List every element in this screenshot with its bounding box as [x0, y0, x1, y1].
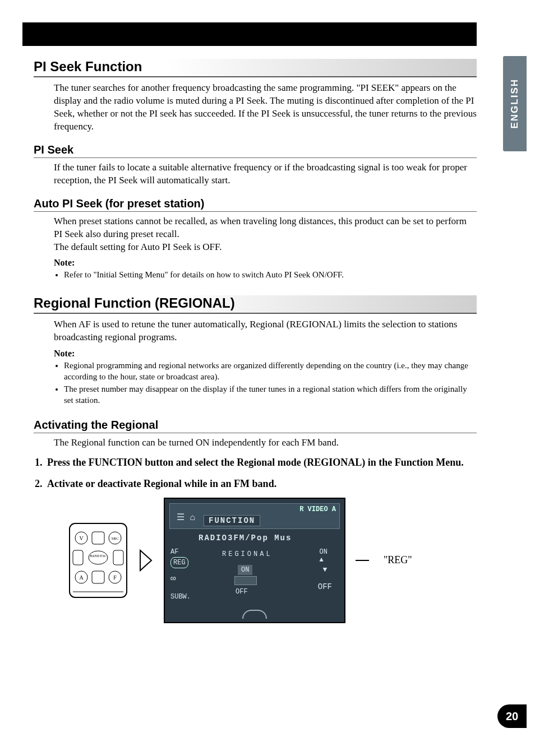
reg-label: REG: [170, 557, 188, 568]
figure-row: V SRC BAND ESC A F ☰ ⌂ R VIDEO A: [67, 498, 477, 623]
body-pi-seek-function: The tuner searches for another frequency…: [54, 82, 477, 133]
triangle-up-icon: ▲: [320, 556, 324, 564]
display-panel: ☰ ⌂ R VIDEO A FUNCTION RADIO3FM/Pop Mus …: [164, 498, 345, 623]
note-label-regional: Note:: [54, 349, 477, 359]
note-item: The preset number may disappear on the d…: [64, 383, 477, 406]
display-video-label: R VIDEO A: [299, 505, 336, 513]
display-right-indicator: ▼ OFF: [318, 566, 332, 591]
display-regional-text: REGIONAL: [222, 550, 273, 558]
heading-activating-regional: Activating the Regional: [34, 419, 477, 433]
note-item: Refer to "Initial Setting Menu" for deta…: [64, 269, 477, 280]
triangle-down-icon: ▼: [318, 566, 332, 573]
display-header: ☰ ⌂ R VIDEO A FUNCTION: [169, 503, 340, 529]
notes-regional: Regional programming and regional networ…: [64, 360, 477, 406]
display-left-labels: AF REG ∞ SUBW.: [170, 547, 191, 602]
dial-off: OFF: [236, 588, 248, 596]
dial-slot: [234, 576, 257, 585]
body-activating-regional: The Regional function can be turned ON i…: [54, 437, 477, 449]
svg-rect-0: [70, 523, 127, 597]
body-auto-pi-seek: When preset stations cannot be recalled,…: [54, 215, 477, 254]
heading-pi-seek-function: PI Seek Function: [34, 59, 477, 77]
heading-pi-seek: PI Seek: [34, 143, 477, 158]
heading-auto-pi-seek: Auto PI Seek (for preset station): [34, 197, 477, 212]
subw-label: SUBW.: [170, 592, 191, 602]
heading-regional-function: Regional Function (REGIONAL): [34, 295, 477, 314]
svg-text:SRC: SRC: [111, 536, 119, 541]
svg-text:V: V: [79, 535, 84, 541]
page-number: 20: [497, 704, 527, 728]
step-item: Press the FUNCTION button and select the…: [45, 455, 477, 470]
display-bottom-arc-icon: [242, 610, 267, 619]
arrow-right-icon: [139, 549, 154, 572]
svg-text:F: F: [113, 574, 117, 581]
svg-text:A: A: [79, 574, 84, 581]
af-label: AF: [170, 547, 191, 557]
svg-marker-16: [140, 550, 151, 571]
svg-text:BAND
ESC: BAND ESC: [90, 554, 107, 558]
remote-illustration: V SRC BAND ESC A F: [67, 521, 129, 600]
language-tab: ENGLISH: [503, 56, 527, 151]
content: PI Seek Function The tuner searches for …: [34, 59, 477, 623]
right-off-label: OFF: [318, 582, 332, 591]
body-pi-seek: If the tuner fails to locate a suitable …: [54, 161, 477, 187]
dial-on: ON: [238, 565, 252, 575]
language-tab-label: ENGLISH: [509, 78, 520, 129]
loop-icon: ∞: [170, 574, 191, 584]
display-icons: ☰ ⌂: [177, 512, 195, 523]
display-dial: ON OFF: [232, 565, 260, 596]
display-on-indicator: ON ▲: [320, 548, 328, 564]
display-function-label: FUNCTION: [204, 515, 260, 526]
note-item: Regional programming and regional networ…: [64, 360, 477, 383]
callout-line: [356, 560, 369, 561]
body-regional-function: When AF is used to retune the tuner auto…: [54, 318, 477, 344]
display-station-line: RADIO3FM/Pop Mus: [199, 534, 292, 542]
reg-callout: "REG": [384, 554, 412, 566]
step-item: Activate or deactivate Regional while in…: [45, 476, 477, 491]
notes-auto-pi: Refer to "Initial Setting Menu" for deta…: [64, 269, 477, 280]
steps-list: Press the FUNCTION button and select the…: [45, 455, 477, 491]
header-bar: [22, 22, 477, 46]
note-label-auto-pi: Note:: [54, 258, 477, 268]
